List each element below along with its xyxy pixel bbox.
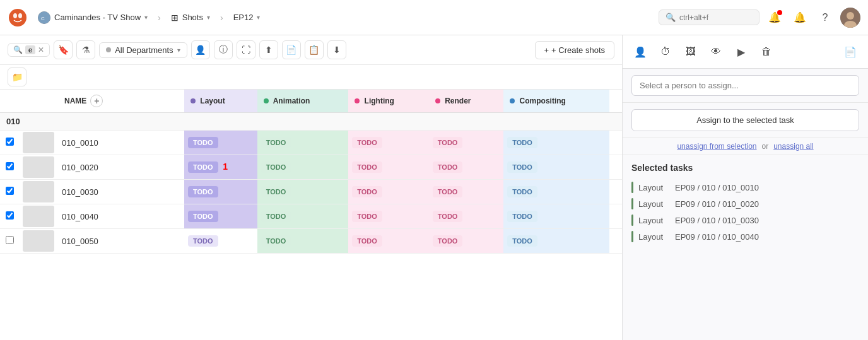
row-layout-5[interactable]: TODO [184,229,257,254]
plus-icon: + [544,45,549,55]
row-animation-5[interactable]: TODO [257,229,348,254]
breadcrumb-project[interactable]: C Caminandes - TV Show ▾ [33,9,153,26]
row-name-2[interactable]: 010_0020 [58,155,184,180]
row-name-1[interactable]: 010_0010 [58,131,184,155]
row-layout-4[interactable]: TODO [184,204,257,229]
task-type-4: Layout [638,232,670,242]
table-row: 010_0030 TODO TODO TODO TODO TODO [0,180,622,204]
row-animation-1[interactable]: TODO [257,131,348,155]
create-shots-button[interactable]: + + Create shots [535,41,615,59]
shots-label: Shots [182,13,203,22]
row-compositing-3[interactable]: TODO [503,180,609,204]
row-name-4[interactable]: 010_0040 [58,204,184,229]
row-render-5[interactable]: TODO [429,229,503,254]
animation-header: Animation [257,90,348,113]
folder-btn[interactable]: 📁 [8,67,26,86]
row-render-2[interactable]: TODO [429,155,503,180]
row-render-4[interactable]: TODO [429,204,503,229]
export-icon-btn[interactable]: 📄 [840,42,860,62]
row-check-2[interactable] [0,155,19,180]
assign-task-button[interactable]: Assign to the selected task [631,109,859,131]
layout-badge-4: TODO [188,211,218,222]
download-btn[interactable]: ⬇ [327,40,346,59]
save-search-btn[interactable]: 🔖 [54,40,73,59]
play-icon-btn[interactable]: ▶ [731,42,751,62]
notifications-btn[interactable]: 🔔 [765,8,785,28]
row-check-3[interactable] [0,180,19,204]
assign-person-input[interactable] [631,75,859,96]
lighting-badge-2: TODO [352,161,382,173]
row-name-5[interactable]: 010_0050 [58,229,184,254]
row-layout-3[interactable]: TODO [184,180,257,204]
animation-badge-5: TODO [261,235,291,247]
thumb-header [19,90,58,113]
row-lighting-5[interactable]: TODO [348,229,429,254]
lighting-badge-1: TODO [352,137,382,148]
search-close-icon[interactable]: ✕ [38,45,44,54]
list-item: Layout EP09 / 010 / 010_0040 [631,228,859,245]
row-lighting-2[interactable]: TODO [348,155,429,180]
shots-tbody: 010 010_0010 TODO TODO TODO TODO TODO [0,113,622,254]
row-compositing-1[interactable]: TODO [503,131,609,155]
unassign-all-link[interactable]: unassign all [773,142,813,151]
row-scroll-1 [609,131,622,155]
app-logo[interactable] [8,8,28,28]
filter-btn[interactable]: ⚗ [76,40,95,59]
row-animation-2[interactable]: TODO [257,155,348,180]
row-check-5[interactable] [0,229,19,254]
row-render-3[interactable]: TODO [429,180,503,204]
group-label: 010 [0,113,622,131]
row-lighting-4[interactable]: TODO [348,204,429,229]
row-animation-4[interactable]: TODO [257,204,348,229]
breadcrumb-shots[interactable]: ⊞ Shots ▾ [166,10,215,25]
user-avatar[interactable] [840,8,860,28]
render-badge-5: TODO [433,235,463,247]
add-column-btn[interactable]: + [90,95,103,107]
table-row: 010_0050 TODO TODO TODO TODO TODO [0,229,622,254]
lighting-dot-icon [355,98,360,103]
row-thumb-1 [19,131,58,155]
row-check-4[interactable] [0,204,19,229]
lighting-badge-5: TODO [352,235,382,247]
expand-btn[interactable]: ⛶ [237,40,255,59]
row-render-1[interactable]: TODO [429,131,503,155]
row-animation-3[interactable]: TODO [257,180,348,204]
row-check-1[interactable] [0,131,19,155]
eye-icon-btn[interactable]: 👁 [706,42,726,62]
layout-badge-1: TODO [188,137,218,148]
assign-btn-wrap: Assign to the selected task [623,103,868,138]
row-compositing-4[interactable]: TODO [503,204,609,229]
unassign-from-selection-link[interactable]: unassign from selection [677,142,756,151]
row-layout-2[interactable]: TODO 1 [184,155,257,180]
svg-point-1 [13,13,17,18]
row-scroll-5 [609,229,622,254]
shot-search[interactable]: 🔍 e ✕ [8,43,50,57]
timeline-icon-btn[interactable]: ⏱ [655,42,676,62]
row-name-3[interactable]: 010_0030 [58,180,184,204]
upload-btn[interactable]: ⬆ [259,40,278,59]
search-box[interactable]: 🔍 [659,9,760,25]
export-btn[interactable]: 📋 [305,40,324,59]
row-lighting-3[interactable]: TODO [348,180,429,204]
ep12-label: EP12 [233,13,254,22]
alerts-btn[interactable]: 🔔 [790,8,810,28]
row-lighting-1[interactable]: TODO [348,131,429,155]
help-btn[interactable]: ? [815,8,835,28]
row-layout-1[interactable]: TODO [184,131,257,155]
task-path-2: EP09 / 010 / 010_0020 [675,199,759,209]
department-select[interactable]: All Departments ▾ [99,42,187,58]
preview-icon-btn[interactable]: 🖼 [681,42,701,62]
dept-dot-icon [106,47,111,52]
csv-btn[interactable]: 📄 [282,40,301,59]
svg-text:C: C [41,16,45,21]
search-input[interactable] [679,13,753,22]
delete-icon-btn[interactable]: 🗑 [756,42,777,62]
assign-person-icon-btn[interactable]: 👤 [630,42,650,62]
row-compositing-2[interactable]: TODO [503,155,609,180]
assign-person-btn[interactable]: 👤 [191,40,210,59]
breadcrumb-ep12[interactable]: EP12 ▾ [228,10,266,25]
info-btn[interactable]: ⓘ [214,40,233,59]
animation-dot-icon [264,98,269,103]
left-panel: 🔍 e ✕ 🔖 ⚗ All Departments ▾ 👤 ⓘ ⛶ ⬆ 📄 📋 … [0,35,622,340]
row-compositing-5[interactable]: TODO [503,229,609,254]
